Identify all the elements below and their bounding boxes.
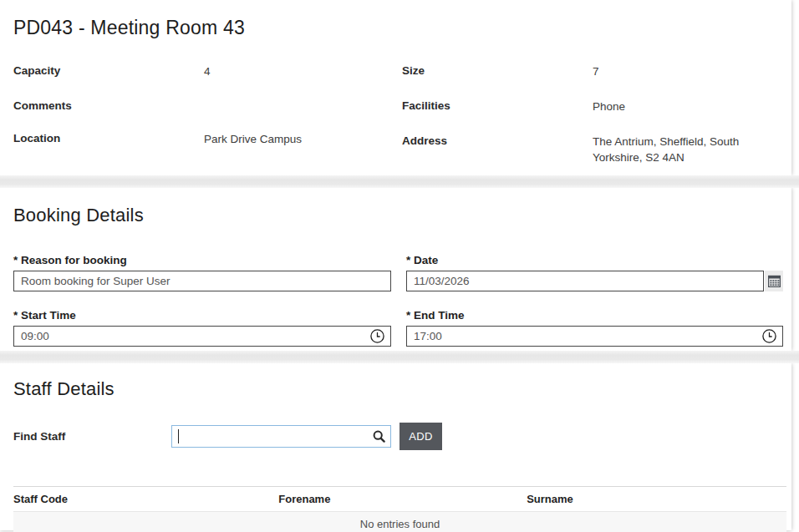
find-staff-input[interactable] [171, 425, 391, 448]
end-time-field: * End Time [406, 309, 783, 347]
detail-row-facilities: Facilities Phone [402, 99, 778, 114]
comments-label: Comments [13, 99, 204, 112]
find-staff-row: Find Staff ADD [13, 423, 778, 450]
room-detail-column-right: Size 7 Facilities Phone Address The Antr… [402, 64, 778, 185]
size-value: 7 [593, 63, 764, 79]
staff-table-header-row: Staff Code Forename Surname [13, 487, 786, 512]
detail-row-size: Size 7 [402, 64, 778, 79]
room-detail-column-left: Capacity 4 Comments Location Park Drive … [13, 64, 402, 185]
booking-details-title: Booking Details [13, 205, 778, 226]
capacity-label: Capacity [13, 64, 204, 79]
address-value: The Antrium, Sheffield, South Yorkshire,… [593, 134, 764, 165]
detail-row-address: Address The Antrium, Sheffield, South Yo… [402, 134, 778, 165]
booking-details-panel: Booking Details * Reason for booking * D… [0, 188, 791, 351]
size-label: Size [402, 64, 593, 79]
location-value: Park Drive Campus [204, 131, 375, 147]
comments-value [204, 99, 375, 112]
location-label: Location [13, 132, 204, 147]
date-input[interactable] [406, 271, 764, 291]
calendar-icon [768, 275, 781, 287]
surname-header: Surname [527, 487, 786, 512]
end-time-input[interactable] [406, 326, 783, 347]
room-booking-page: PD043 - Meeting Room 43 Capacity 4 Comme… [0, 0, 799, 532]
empty-row: No entries found [13, 512, 786, 532]
start-time-field: * Start Time [13, 309, 391, 347]
facilities-value: Phone [593, 99, 764, 114]
detail-row-location: Location Park Drive Campus [13, 132, 402, 147]
no-entries-message: No entries found [13, 512, 786, 532]
facilities-label: Facilities [402, 99, 593, 114]
find-staff-label: Find Staff [13, 430, 171, 443]
add-staff-button[interactable]: ADD [400, 423, 442, 450]
date-label: * Date [406, 254, 783, 266]
start-time-input[interactable] [13, 326, 391, 347]
staff-table: Staff Code Forename Surname No entries f… [13, 486, 786, 532]
text-caret [178, 429, 179, 443]
reason-label: * Reason for booking [13, 254, 391, 266]
room-detail-grid: Capacity 4 Comments Location Park Drive … [13, 64, 778, 185]
staff-details-panel: Staff Details Find Staff ADD Staff Code [0, 363, 791, 530]
booking-form: * Reason for booking * Date [13, 254, 778, 347]
reason-input[interactable] [13, 271, 391, 291]
start-time-label: * Start Time [13, 309, 391, 322]
room-details-panel: PD043 - Meeting Room 43 Capacity 4 Comme… [0, 0, 791, 175]
forename-header: Forename [278, 487, 527, 512]
date-field: * Date [406, 254, 783, 291]
detail-row-capacity: Capacity 4 [13, 64, 402, 79]
end-time-label: * End Time [406, 309, 783, 322]
capacity-value: 4 [204, 63, 375, 79]
section-separator [0, 351, 799, 363]
staff-details-title: Staff Details [13, 378, 778, 400]
address-label: Address [402, 134, 593, 165]
section-separator [0, 175, 799, 188]
reason-field: * Reason for booking [13, 254, 391, 291]
page-title: PD043 - Meeting Room 43 [13, 17, 778, 39]
detail-row-comments: Comments [13, 99, 402, 112]
calendar-button[interactable] [765, 271, 783, 291]
staff-code-header: Staff Code [13, 487, 278, 512]
